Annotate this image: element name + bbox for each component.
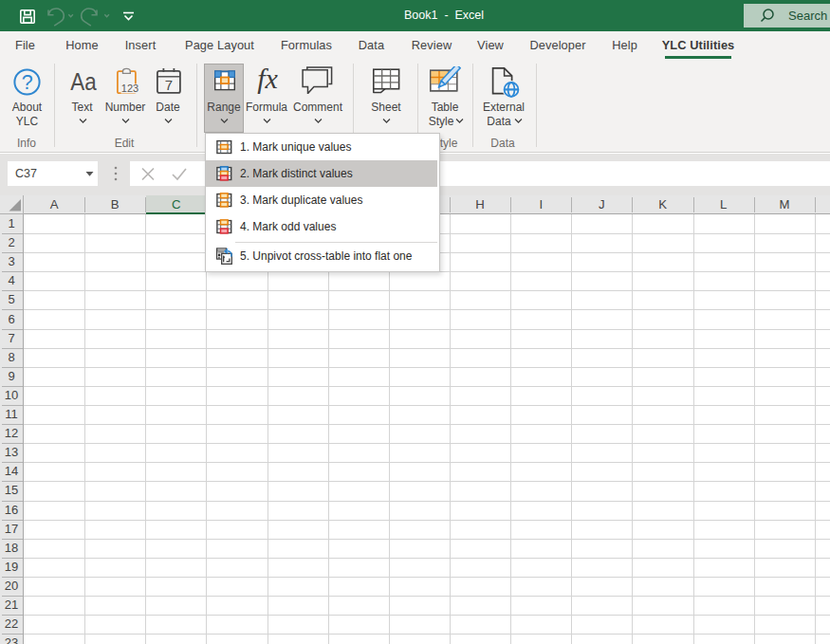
svg-text:?: ? (22, 71, 33, 94)
svg-text:7: 7 (165, 77, 173, 93)
svg-text:123: 123 (121, 83, 138, 94)
